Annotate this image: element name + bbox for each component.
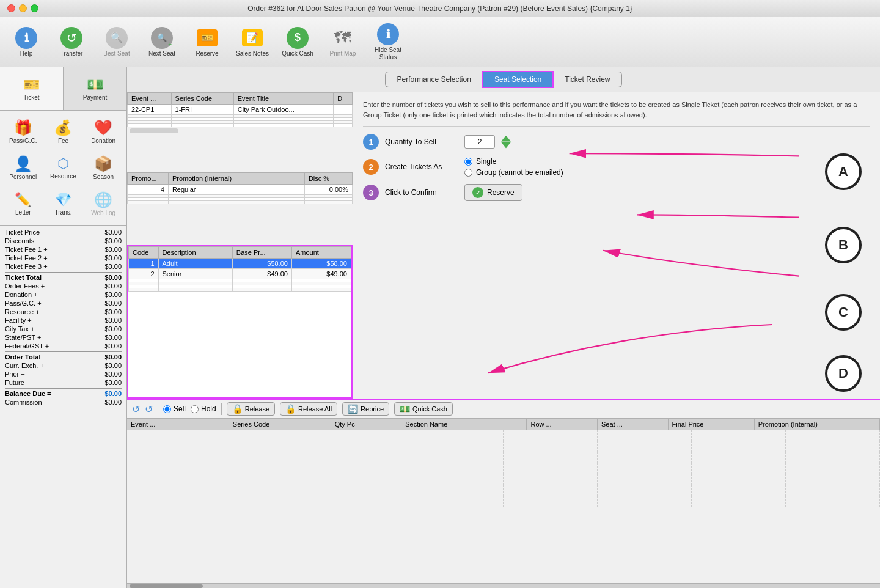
single-radio[interactable] [464, 158, 472, 166]
payment-icon: 💵 [87, 77, 103, 93]
title-bar: Order #362 for At Door Sales Patron @ Yo… [0, 0, 880, 17]
reserve-confirm-button[interactable]: ✓ Reserve [464, 184, 522, 201]
hide-seat-status-icon: ℹ [377, 23, 399, 45]
event-table-scrollbar[interactable] [130, 128, 178, 133]
city-tax-row: City Tax + $0.00 [5, 325, 122, 333]
hide-seat-status-button[interactable]: ℹ Hide Seat Status [367, 21, 409, 64]
series-code-cell: 1-FRI [171, 105, 233, 115]
sales-notes-button[interactable]: 📝 Sales Notes [231, 21, 274, 64]
qty-up-arrow[interactable] [501, 136, 511, 142]
sidebar-item-trans[interactable]: 💎 Trans. [45, 188, 82, 220]
best-seat-label: Best Seat [103, 50, 130, 57]
sell-radio[interactable] [163, 405, 171, 413]
pass-gc-row: Pass/G.C. + $0.00 [5, 299, 122, 307]
sidebar-item-fee[interactable]: 💰 Fee [45, 116, 82, 148]
reprice-button[interactable]: 🔄 Reprice [342, 402, 389, 416]
seat-selection-tab[interactable]: Seat Selection [482, 71, 554, 88]
donation-label: Donation [91, 138, 116, 144]
commission-label: Commission [5, 399, 42, 406]
sidebar-item-season[interactable]: 📦 Season [85, 152, 122, 184]
personnel-icon: 👤 [14, 155, 32, 172]
promo-num-cell: 4 [128, 185, 169, 195]
qty-down-arrow[interactable] [501, 142, 511, 149]
balance-due-row: Balance Due = $0.00 [5, 388, 122, 398]
help-label: Help [20, 50, 33, 57]
fee-label: Fee [58, 138, 68, 144]
sidebar-item-personnel[interactable]: 👤 Personnel [5, 152, 42, 184]
bottom-quick-cash-button[interactable]: 💵 Quick Cash [394, 402, 453, 416]
maximize-button[interactable] [31, 4, 38, 12]
promo-table: Promo... Promotion (Internal) Disc % 4 R… [127, 172, 353, 204]
transfer-button[interactable]: ↺ Transfer [50, 21, 93, 64]
annotation-c-label: C [838, 304, 848, 320]
reserve-toolbar-button[interactable]: 🎫 Reserve [186, 21, 229, 64]
promo-row[interactable]: 4 Regular 0.00% [128, 185, 353, 195]
federal-gst-value: $0.00 [105, 342, 122, 350]
release-button[interactable]: 🔓 Release [227, 402, 275, 416]
quick-cash-button[interactable]: $ Quick Cash [276, 21, 319, 64]
order-fees-label: Order Fees + [5, 282, 45, 290]
donation-label: Donation + [5, 291, 38, 298]
resource-row: Resource + $0.00 [5, 307, 122, 316]
ticket-tab-label: Ticket [23, 94, 39, 101]
hold-radio-group: Hold [191, 405, 216, 413]
promo-name-cell: Regular [168, 185, 304, 195]
ticket-review-tab[interactable]: Ticket Review [554, 72, 622, 87]
price-row-adult[interactable]: 1 Adult $58.00 $58.00 [129, 259, 351, 269]
bt-seat-header: Seat ... [598, 419, 669, 430]
senior-base: $49.00 [232, 269, 292, 279]
refresh-icon-1[interactable]: ↺ [132, 403, 140, 415]
ticket-icon: 🎫 [23, 77, 40, 93]
release-all-button[interactable]: 🔓 Release All [280, 402, 337, 416]
close-button[interactable] [7, 4, 15, 12]
step2-row: 2 Create Tickets As Single Group (cannot… [363, 157, 870, 177]
print-map-button[interactable]: 🗺 Print Map [321, 21, 364, 64]
sidebar-item-resource[interactable]: ⬡ Resource [45, 152, 82, 184]
event-row[interactable]: 22-CP1 1-FRI City Park Outdoo... [128, 105, 353, 115]
future-value: $0.00 [105, 379, 122, 386]
annotation-a: A [825, 153, 862, 190]
annotation-b-label: B [838, 237, 848, 253]
best-seat-button[interactable]: 🔍 Best Seat [95, 21, 138, 64]
help-button[interactable]: ℹ Help [5, 21, 48, 64]
price-table: Code Description Base Pr... Amount 1 Adu… [128, 246, 351, 292]
step2-num: 2 [369, 163, 373, 172]
bt-row-header: Row ... [527, 419, 598, 430]
toolbar: ℹ Help ↺ Transfer 🔍 Best Seat 🔍+ Next Se… [0, 17, 880, 67]
adult-amount: $58.00 [292, 259, 351, 269]
senior-desc: Senior [158, 269, 232, 279]
ticket-tab[interactable]: 🎫 Ticket [0, 67, 64, 110]
minimize-button[interactable] [19, 4, 27, 12]
ticket-price-row: Ticket Price $0.00 [5, 228, 122, 237]
desc-col-header: Description [158, 247, 232, 259]
reserve-label: Reserve [196, 50, 218, 57]
performance-selection-tab[interactable]: Performance Selection [385, 72, 482, 87]
toolbar-sep-2 [221, 403, 222, 415]
bottom-scrollbar[interactable] [127, 583, 880, 588]
quantity-input[interactable] [464, 135, 495, 149]
scrollbar-thumb[interactable] [130, 584, 203, 588]
group-radio[interactable] [464, 169, 472, 177]
next-seat-button[interactable]: 🔍+ Next Seat [141, 21, 183, 64]
sidebar-item-donation[interactable]: ❤️ Donation [85, 116, 122, 148]
event-table: Event ... Series Code Event Title D 22-C… [127, 92, 353, 127]
city-tax-label: City Tax + [5, 325, 34, 333]
hold-radio[interactable] [191, 405, 199, 413]
reserve-icon: 🎫 [196, 27, 218, 49]
payment-tab[interactable]: 💵 Payment [64, 67, 127, 110]
resource-label: Resource + [5, 308, 40, 315]
annotation-d: D [825, 355, 862, 392]
bt-price-header: Final Price [669, 419, 755, 430]
price-row-senior[interactable]: 2 Senior $49.00 $49.00 [129, 269, 351, 279]
refresh-icon-2[interactable]: ↺ [145, 403, 153, 415]
federal-gst-row: Federal/GST + $0.00 [5, 342, 122, 350]
transfer-icon: ↺ [61, 27, 82, 49]
web-log-icon: 🌐 [94, 191, 112, 208]
sidebar-item-pass-gc[interactable]: 🎁 Pass/G.C. [5, 116, 42, 148]
balance-due-label: Balance Due = [5, 390, 51, 397]
sidebar-item-web-log[interactable]: 🌐 Web Log [85, 188, 122, 220]
sidebar-item-letter[interactable]: ✏️ Letter [5, 188, 42, 220]
promo-disc-cell: 0.00% [304, 185, 352, 195]
order-fees-value: $0.00 [105, 282, 122, 290]
facility-row: Facility + $0.00 [5, 316, 122, 325]
